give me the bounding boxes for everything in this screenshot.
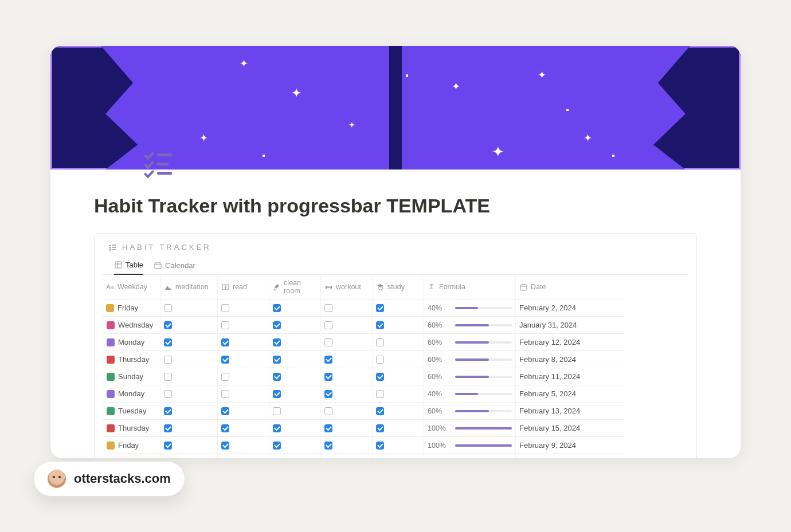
checkbox-read[interactable] xyxy=(221,304,229,312)
cell-read[interactable] xyxy=(217,368,269,385)
col-header-clean-room[interactable]: clean room xyxy=(269,275,320,300)
col-header-date[interactable]: Date xyxy=(515,275,624,300)
cell-study[interactable] xyxy=(372,317,424,334)
checkbox-workout[interactable] xyxy=(324,407,332,415)
checkbox-read[interactable] xyxy=(221,373,229,381)
checkbox-study[interactable] xyxy=(376,338,384,346)
cell-weekday[interactable]: Monday xyxy=(103,334,160,351)
checkbox-read[interactable] xyxy=(221,407,229,415)
checkbox-study[interactable] xyxy=(376,304,384,312)
checkbox-read[interactable] xyxy=(221,390,229,398)
col-header-study[interactable]: study xyxy=(372,275,424,300)
cell-study[interactable] xyxy=(372,300,424,317)
checkbox-clean[interactable] xyxy=(273,321,281,329)
cell-meditation[interactable] xyxy=(160,317,217,334)
cell-date[interactable]: February 12, 2024 xyxy=(515,334,624,351)
col-header-workout[interactable]: workout xyxy=(320,275,372,300)
checkbox-study[interactable] xyxy=(376,321,384,329)
checkbox-read[interactable] xyxy=(221,338,229,346)
cell-meditation[interactable] xyxy=(160,454,217,458)
cell-workout[interactable] xyxy=(320,385,372,403)
cell-weekday[interactable]: Wednsday xyxy=(103,317,160,334)
cell-meditation[interactable] xyxy=(160,334,217,351)
checkbox-workout[interactable] xyxy=(324,321,332,329)
checkbox-meditation[interactable] xyxy=(164,321,172,329)
checkbox-meditation[interactable] xyxy=(164,356,172,364)
checkbox-workout[interactable] xyxy=(324,338,332,346)
checkbox-meditation[interactable] xyxy=(164,304,172,312)
cell-read[interactable] xyxy=(217,454,269,458)
cell-workout[interactable] xyxy=(320,351,372,368)
cell-weekday[interactable]: Monday xyxy=(103,385,160,403)
cell-read[interactable] xyxy=(217,437,269,454)
cell-workout[interactable] xyxy=(320,317,372,334)
cell-meditation[interactable] xyxy=(160,385,217,403)
cell-clean[interactable] xyxy=(269,437,320,454)
cell-read[interactable] xyxy=(217,334,269,351)
cell-weekday[interactable]: Tuesday xyxy=(103,403,160,420)
checkbox-clean[interactable] xyxy=(273,442,281,450)
cell-study[interactable] xyxy=(372,420,424,437)
checkbox-study[interactable] xyxy=(376,373,384,381)
checkbox-workout[interactable] xyxy=(324,424,332,432)
cell-date[interactable]: February 15, 2024 xyxy=(515,420,624,437)
cell-date[interactable]: February 8, 2024 xyxy=(515,351,624,368)
cell-study[interactable] xyxy=(372,351,424,368)
checkbox-meditation[interactable] xyxy=(164,442,172,450)
cell-workout[interactable] xyxy=(320,403,372,420)
cell-clean[interactable] xyxy=(269,420,320,437)
checkbox-clean[interactable] xyxy=(273,424,281,432)
cell-workout[interactable] xyxy=(320,420,372,437)
cell-workout[interactable] xyxy=(320,454,372,458)
checkbox-study[interactable] xyxy=(376,424,384,432)
col-header-meditation[interactable]: meditation xyxy=(160,275,217,300)
cell-weekday[interactable]: Friday xyxy=(103,300,160,317)
checkbox-clean[interactable] xyxy=(273,356,281,364)
checkbox-meditation[interactable] xyxy=(164,390,172,398)
checkbox-clean[interactable] xyxy=(273,390,281,398)
cell-study[interactable] xyxy=(372,403,424,420)
cell-study[interactable] xyxy=(372,437,424,454)
cell-read[interactable] xyxy=(217,300,269,317)
checkbox-workout[interactable] xyxy=(324,390,332,398)
checkbox-workout[interactable] xyxy=(324,373,332,381)
cell-read[interactable] xyxy=(217,351,269,368)
checkbox-meditation[interactable] xyxy=(164,407,172,415)
cell-date[interactable]: February 13, 2024 xyxy=(515,403,624,420)
cell-meditation[interactable] xyxy=(160,420,217,437)
cell-weekday[interactable]: Friday xyxy=(103,437,160,454)
cell-meditation[interactable] xyxy=(160,437,217,454)
cell-read[interactable] xyxy=(217,317,269,334)
cell-weekday[interactable]: Thursday xyxy=(103,351,160,368)
tab-calendar[interactable]: Calendar xyxy=(154,257,195,274)
cell-date[interactable]: February 11, 2024 xyxy=(515,368,624,385)
checkbox-clean[interactable] xyxy=(273,373,281,381)
cell-meditation[interactable] xyxy=(160,403,217,420)
checkbox-read[interactable] xyxy=(221,442,229,450)
checkbox-workout[interactable] xyxy=(324,356,332,364)
cell-study[interactable] xyxy=(372,454,424,458)
tab-table[interactable]: Table xyxy=(114,257,143,275)
cell-workout[interactable] xyxy=(320,368,372,385)
cell-study[interactable] xyxy=(372,368,424,385)
cell-workout[interactable] xyxy=(320,300,372,317)
cell-date[interactable]: February 2, 2024 xyxy=(515,300,624,317)
cell-date[interactable]: February 9, 2024 xyxy=(515,437,624,454)
cell-meditation[interactable] xyxy=(160,368,217,385)
cell-read[interactable] xyxy=(217,385,269,403)
cell-meditation[interactable] xyxy=(160,300,217,317)
checkbox-read[interactable] xyxy=(221,321,229,329)
checkbox-meditation[interactable] xyxy=(164,424,172,432)
checkbox-read[interactable] xyxy=(221,356,229,364)
checkbox-read[interactable] xyxy=(221,424,229,432)
cell-workout[interactable] xyxy=(320,334,372,351)
checkbox-clean[interactable] xyxy=(273,304,281,312)
checkbox-study[interactable] xyxy=(376,407,384,415)
cell-weekday[interactable]: Tuesday xyxy=(103,454,160,458)
cell-workout[interactable] xyxy=(320,437,372,454)
cell-clean[interactable] xyxy=(269,300,320,317)
cell-clean[interactable] xyxy=(269,403,320,420)
checkbox-study[interactable] xyxy=(376,442,384,450)
cell-read[interactable] xyxy=(217,403,269,420)
checkbox-clean[interactable] xyxy=(273,338,281,346)
